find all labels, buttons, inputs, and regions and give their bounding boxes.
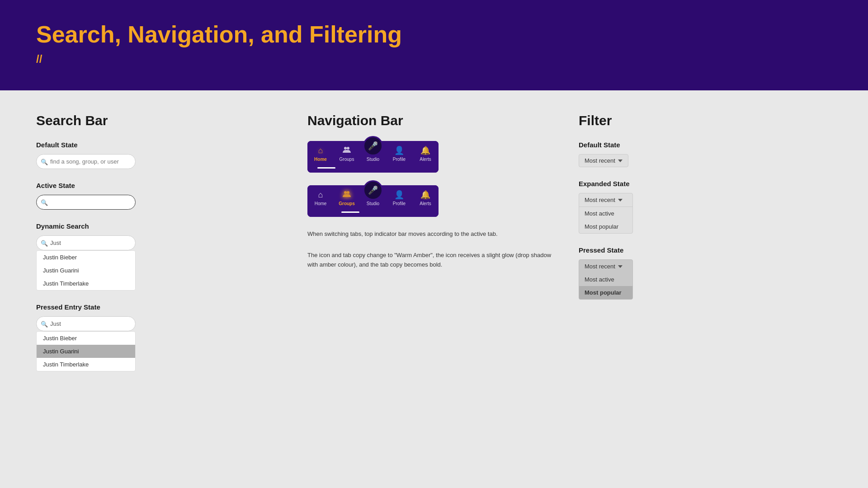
filter-pressed-option-label: Most recent bbox=[585, 263, 615, 270]
search-active-block: Active State 🔍 bbox=[36, 182, 289, 210]
filter-option-most-active[interactable]: Most active bbox=[579, 207, 632, 220]
filter-pressed-label: Pressed State bbox=[579, 246, 832, 254]
filter-pressed-option-most-popular[interactable]: Most popular bbox=[579, 286, 632, 299]
list-item[interactable]: Justin Timberlake bbox=[37, 277, 135, 290]
search-dynamic-input[interactable] bbox=[36, 235, 136, 250]
nav-bar-2-wrapper: ⌂ Home Groups bbox=[307, 185, 561, 217]
page-title: Search, Navigation, and Filtering bbox=[36, 22, 832, 47]
studio-bubble-2: 🎤 bbox=[363, 180, 383, 200]
filter-default-block: Default State Most recent bbox=[579, 141, 832, 167]
filter-option-label: Most active bbox=[585, 210, 614, 217]
nav-item-home-2[interactable]: ⌂ Home bbox=[307, 186, 334, 210]
nav-item-groups-2[interactable]: Groups bbox=[334, 186, 360, 210]
nav-bar-1: ⌂ Home Groups bbox=[307, 141, 439, 173]
search-active-icon: 🔍 bbox=[41, 199, 48, 206]
filter-pressed-option-most-recent[interactable]: Most recent bbox=[579, 260, 632, 273]
search-pressed-label: Pressed Entry State bbox=[36, 303, 289, 311]
studio-bubble: 🎤 bbox=[363, 136, 383, 156]
nav-item-profile[interactable]: 👤 Profile bbox=[386, 141, 412, 165]
home-icon: ⌂ bbox=[318, 146, 323, 155]
nav-item-home[interactable]: ⌂ Home bbox=[307, 141, 334, 165]
filter-default-value: Most recent bbox=[585, 157, 615, 164]
svg-point-0 bbox=[344, 147, 347, 150]
filter-option-label: Most popular bbox=[585, 223, 618, 230]
svg-point-3 bbox=[347, 191, 349, 194]
search-default-input[interactable] bbox=[36, 154, 136, 169]
nav-bar-1-indicator-bar bbox=[307, 165, 439, 173]
groups-icon bbox=[343, 146, 351, 155]
search-default-block: Default State 🔍 bbox=[36, 141, 289, 169]
nav-indicator-line-2 bbox=[341, 211, 359, 213]
list-item[interactable]: Justin Guarini bbox=[37, 345, 135, 358]
nav-bar-1-items: ⌂ Home Groups bbox=[307, 141, 439, 165]
filter-section: Filter Default State Most recent Expande… bbox=[579, 113, 832, 384]
filter-expanded-label: Expanded State bbox=[579, 180, 832, 188]
filter-pressed-option-label: Most active bbox=[585, 276, 614, 283]
nav-item-groups[interactable]: Groups bbox=[334, 141, 360, 165]
search-default-wrap: 🔍 bbox=[36, 154, 136, 169]
nav-bar-2-indicator-bar bbox=[307, 210, 439, 217]
filter-expanded-dropdown: Most recent Most active Most popular bbox=[579, 193, 633, 234]
search-dynamic-dropdown: Justin Bieber Justin Guarini Justin Timb… bbox=[36, 250, 136, 291]
filter-pressed-option-label: Most popular bbox=[585, 289, 622, 296]
search-icon: 🔍 bbox=[41, 158, 48, 165]
nav-description-2: The icon and tab copy change to "Warm Am… bbox=[307, 251, 561, 270]
nav-label-groups: Groups bbox=[340, 157, 354, 162]
nav-label-home-2: Home bbox=[315, 201, 327, 206]
filter-default-dropdown[interactable]: Most recent bbox=[579, 154, 628, 167]
search-bar-section: Search Bar Default State 🔍 Active State … bbox=[36, 113, 307, 384]
main-content: Search Bar Default State 🔍 Active State … bbox=[0, 90, 868, 407]
alerts-icon: 🔔 bbox=[420, 145, 430, 155]
search-pressed-block: Pressed Entry State 🔍 Justin Bieber Just… bbox=[36, 303, 289, 371]
header-decoration: // bbox=[36, 53, 832, 66]
nav-bar-title: Navigation Bar bbox=[307, 113, 561, 128]
filter-expanded-block: Expanded State Most recent Most active M… bbox=[579, 180, 832, 234]
filter-pressed-dropdown: Most recent Most active Most popular bbox=[579, 259, 633, 300]
search-pressed-input[interactable] bbox=[36, 316, 136, 331]
filter-pressed-option-most-active[interactable]: Most active bbox=[579, 273, 632, 286]
profile-icon: 👤 bbox=[394, 145, 404, 155]
nav-label-alerts: Alerts bbox=[420, 157, 431, 162]
list-item[interactable]: Justin Guarini bbox=[37, 264, 135, 277]
nav-label-studio: Studio bbox=[367, 157, 379, 162]
search-active-input[interactable] bbox=[36, 195, 136, 210]
groups-icon-2 bbox=[343, 190, 351, 200]
filter-option-most-recent[interactable]: Most recent bbox=[579, 193, 632, 207]
search-dynamic-label: Dynamic Search bbox=[36, 222, 289, 230]
nav-item-studio-2[interactable]: 🎤 Studio bbox=[360, 188, 386, 210]
svg-point-1 bbox=[347, 147, 349, 150]
nav-indicator-line-1 bbox=[317, 167, 335, 169]
alerts-icon-2: 🔔 bbox=[420, 190, 430, 200]
search-dynamic-wrap: 🔍 bbox=[36, 235, 136, 250]
search-active-wrap: 🔍 bbox=[36, 195, 136, 210]
nav-item-studio[interactable]: 🎤 Studio bbox=[360, 144, 386, 165]
list-item[interactable]: Justin Timberlake bbox=[37, 358, 135, 371]
nav-item-alerts-2[interactable]: 🔔 Alerts bbox=[412, 185, 439, 210]
search-active-label: Active State bbox=[36, 182, 289, 189]
mic-icon-2: 🎤 bbox=[368, 185, 378, 195]
chevron-down-icon-pressed bbox=[618, 265, 623, 268]
nav-bar-section: Navigation Bar ⌂ Home bbox=[307, 113, 579, 384]
nav-label-profile: Profile bbox=[393, 157, 406, 162]
filter-title: Filter bbox=[579, 113, 832, 128]
chevron-down-icon-expanded bbox=[618, 199, 623, 202]
nav-item-profile-2[interactable]: 👤 Profile bbox=[386, 185, 412, 210]
nav-item-alerts[interactable]: 🔔 Alerts bbox=[412, 141, 439, 165]
nav-label-groups-2: Groups bbox=[339, 201, 355, 206]
search-default-label: Default State bbox=[36, 141, 289, 149]
search-dynamic-icon: 🔍 bbox=[41, 239, 48, 246]
home-icon-2: ⌂ bbox=[318, 190, 323, 200]
nav-label-home: Home bbox=[314, 157, 327, 162]
filter-option-most-popular[interactable]: Most popular bbox=[579, 220, 632, 233]
filter-pressed-block: Pressed State Most recent Most active Mo… bbox=[579, 246, 832, 300]
search-pressed-wrap: 🔍 bbox=[36, 316, 136, 331]
nav-label-studio-2: Studio bbox=[367, 201, 379, 206]
mic-icon: 🎤 bbox=[368, 141, 378, 151]
filter-default-label: Default State bbox=[579, 141, 832, 149]
list-item[interactable]: Justin Bieber bbox=[37, 251, 135, 264]
header: Search, Navigation, and Filtering // bbox=[0, 0, 868, 90]
chevron-down-icon bbox=[618, 160, 623, 162]
search-bar-title: Search Bar bbox=[36, 113, 289, 128]
list-item[interactable]: Justin Bieber bbox=[37, 332, 135, 345]
nav-label-profile-2: Profile bbox=[393, 201, 406, 206]
